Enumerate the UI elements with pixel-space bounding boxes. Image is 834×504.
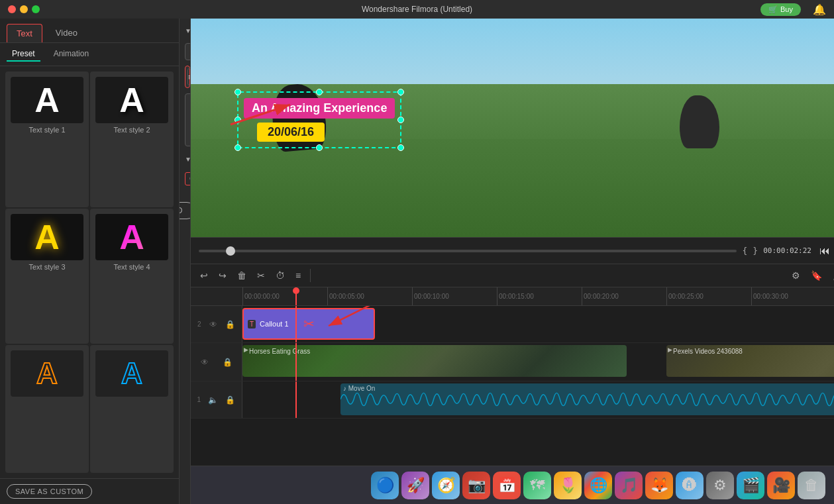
handle-bl[interactable] [235, 144, 241, 151]
list-item[interactable]: A Text style 4 [90, 209, 174, 344]
audio-clip[interactable]: ♪ Move On [340, 383, 834, 415]
list-item[interactable]: A [5, 345, 89, 473]
dock-maps-icon[interactable]: 🗺 [523, 472, 551, 499]
video-track-row: 👁 🔒 ▶ Horses Eating Grass [191, 343, 834, 381]
text-overlay-container: An Amazing Experience 20/06/16 [244, 98, 395, 142]
horses-clip[interactable]: ▶ Horses Eating Grass [242, 345, 627, 377]
dock-finder-icon[interactable]: 🔵 [371, 472, 399, 499]
filter-button[interactable]: ≡ [291, 268, 305, 283]
top-tabs: Text Video [0, 19, 179, 43]
advanced-button[interactable]: ADVANCED [180, 202, 191, 219]
redo-button[interactable]: ↪ [215, 268, 231, 283]
video-track-lock-button[interactable]: 🔒 [223, 358, 233, 367]
monkeys-clip-label: Pexels Videos 2436088 [669, 346, 747, 356]
ruler-mark-1: 00:00:05:00 [327, 287, 412, 306]
ruler-mark-2: 00:00:10:00 [412, 287, 497, 306]
font-name-select[interactable]: Montserrat Bold [185, 43, 191, 60]
dock-settings-icon[interactable]: ⚙ [706, 472, 734, 499]
dock-picasa-icon[interactable]: 🌷 [554, 472, 582, 499]
undo-button[interactable]: ↩ [196, 268, 212, 283]
list-item[interactable]: A Text style 2 [90, 72, 174, 207]
style-preview-6: A [95, 350, 168, 397]
list-item[interactable]: A Text style 3 [5, 209, 89, 344]
waveform-svg [340, 383, 834, 415]
playhead-audio-track [295, 381, 297, 418]
dock-trash-icon[interactable]: 🗑 [798, 472, 825, 499]
font-settings-panel: ▼ Font Montserrat Bold Regular ≡ B I ≣ ≡… [180, 19, 191, 504]
dock-calendar-icon[interactable]: 📅 [493, 472, 521, 499]
title-bar: Wondershare Filmora (Untitled) 🛒 Buy 🔔 [0, 0, 834, 19]
ruler-mark-5: 00:00:25:00 [666, 287, 751, 306]
style-preview-4: A [95, 214, 168, 260]
cut-button[interactable]: ✂ [253, 268, 269, 283]
track-settings-button[interactable]: ⚙ [788, 268, 804, 283]
tab-video[interactable]: Video [46, 24, 87, 42]
track-eye-button[interactable]: 👁 [209, 320, 217, 329]
text-edit-area[interactable]: An Amazing Experience [185, 93, 191, 146]
audio-track-mute-button[interactable]: 🔈 [208, 395, 218, 405]
timeline-area: 00:00:00:00 00:00:05:00 00:00:10:00 00:0… [191, 287, 834, 466]
video-track-eye-button[interactable]: 👁 [201, 358, 209, 367]
playback-controls: { } 00:00:02:22 ⏮ ⏪ ▶ ⏹ 1/2 ⊞ 📷 🔊 ☰ [191, 237, 834, 264]
settings-collapse-arrow[interactable]: ▼ [185, 156, 191, 163]
notification-icon[interactable]: 🔔 [813, 3, 826, 16]
minimize-button[interactable] [20, 5, 28, 13]
handle-mr[interactable] [397, 117, 404, 123]
dock-appstore-icon[interactable]: 🅐 [676, 472, 704, 499]
window-title: Wondershare Filmora (Untitled) [362, 5, 472, 14]
scissors-icon: ✂ [303, 316, 315, 332]
font-collapse-arrow[interactable]: ▼ [185, 27, 191, 34]
dock-music-icon[interactable]: 🎵 [615, 472, 643, 499]
clip-type-icon: T [248, 320, 256, 328]
dock-filmora-blue-icon[interactable]: 🎬 [737, 472, 764, 499]
dock-firefox-icon[interactable]: 🦊 [645, 472, 673, 499]
monkeys-clip[interactable]: ▶ Pexels Videos 2436088 [666, 345, 834, 377]
handle-ml[interactable] [235, 117, 241, 123]
subtab-animation[interactable]: Animation [48, 47, 94, 62]
timer-button[interactable]: ⏱ [272, 268, 289, 283]
dock: 🔵 🚀 🧭 📷 📅 🗺 🌷 🌐 🎵 🦊 🅐 ⚙ 🎬 🎥 🗑 [191, 466, 834, 504]
scrubber-thumb[interactable] [226, 246, 235, 256]
audio-track-lock-button[interactable]: 🔒 [225, 395, 235, 405]
format-toolbar: ≡ B I ≣ ≡ ☰ ≡ [185, 66, 190, 88]
playhead-text-track [295, 306, 297, 342]
dock-launchpad-icon[interactable]: 🚀 [401, 472, 429, 499]
text-track-row: 2 👁 🔒 T Callout 1 ✂ [191, 306, 834, 343]
color-label: Color: [185, 172, 191, 185]
callout-clip[interactable]: T Callout 1 ✂ [242, 308, 375, 340]
style-preview-3: A [11, 214, 83, 260]
save-as-custom-button[interactable]: SAVE AS CUSTOM [7, 484, 92, 499]
timeline-toolbar: ↩ ↪ 🗑 ✂ ⏱ ≡ ⚙ 🔖 🎤 ⬇ ⊞ ⊙ ➕ ☰ [191, 264, 834, 287]
ruler-playhead-head [293, 287, 299, 294]
playback-timecode: 00:00:02:22 [763, 246, 811, 255]
dock-safari-icon[interactable]: 🧭 [432, 472, 460, 499]
timecode-bracket-end[interactable]: } [753, 246, 758, 256]
mic-button[interactable]: 🎤 [829, 268, 834, 283]
tab-text[interactable]: Text [7, 24, 42, 42]
buy-button[interactable]: 🛒 Buy [760, 3, 801, 16]
video-track-controls: 👁 🔒 [191, 343, 242, 381]
step-back-button[interactable]: ⏮ [817, 244, 833, 258]
toolbar-separator [310, 269, 311, 282]
timecode-bracket-start[interactable]: { [742, 246, 747, 256]
list-item[interactable]: A Text style 1 [5, 72, 89, 207]
handle-tm[interactable] [316, 89, 323, 95]
delete-button[interactable]: 🗑 [233, 268, 250, 283]
dock-filmora-orange-icon[interactable]: 🎥 [767, 472, 795, 499]
track-num-2: 2 [197, 321, 201, 328]
selection-box [237, 91, 401, 148]
timeline-scrubber[interactable] [199, 250, 737, 252]
maximize-button[interactable] [32, 5, 40, 13]
track-lock-button[interactable]: 🔒 [225, 320, 235, 329]
ruler-mark-4: 00:00:20:00 [582, 287, 666, 306]
handle-bm[interactable] [316, 144, 323, 151]
dock-chrome-icon[interactable]: 🌐 [584, 472, 612, 499]
subtab-preset[interactable]: Preset [7, 47, 40, 62]
bookmark-button[interactable]: 🔖 [807, 268, 826, 283]
dock-photos-icon[interactable]: 📷 [462, 472, 490, 499]
sub-tabs: Preset Animation [0, 43, 179, 66]
handle-tl[interactable] [235, 89, 241, 95]
list-item[interactable]: A [90, 345, 174, 473]
close-button[interactable] [8, 5, 16, 13]
video-track-content: ▶ Horses Eating Grass ▶ Pexels Videos 24… [242, 343, 834, 381]
